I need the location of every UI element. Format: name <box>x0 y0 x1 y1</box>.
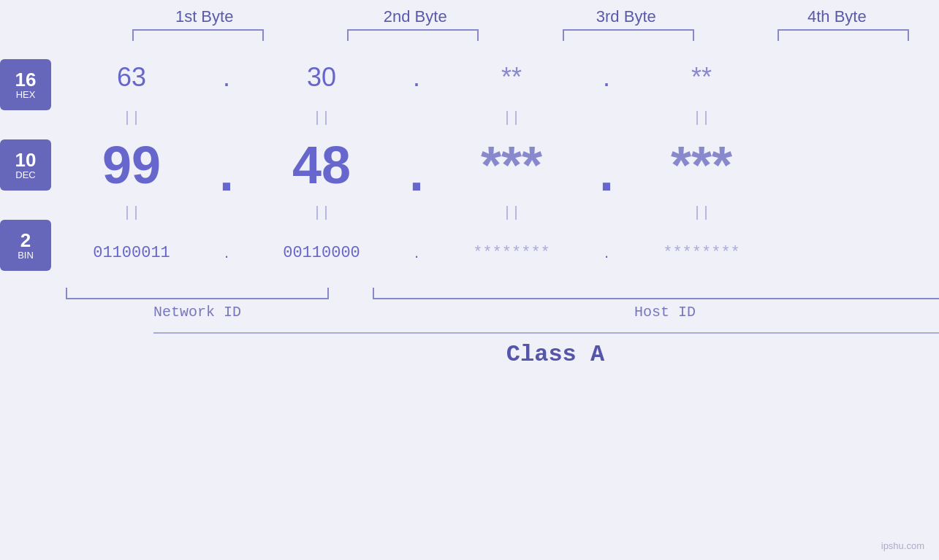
dec-b1-cell: 99 <box>51 135 212 195</box>
bracket-b3 <box>563 29 694 41</box>
network-bracket-line <box>66 288 329 299</box>
sep1-b4: || <box>621 110 782 126</box>
sep2-b4: || <box>621 204 782 221</box>
sep1-b2: || <box>241 110 402 126</box>
watermark: ipshu.com <box>881 540 924 551</box>
sep2-b1: || <box>51 204 212 221</box>
hex-b4-cell: ** <box>621 62 782 93</box>
bracket-b4 <box>778 29 909 41</box>
bin-b3-value: ******** <box>473 244 550 262</box>
bin-badge-spacer: 2 BIN <box>0 216 51 275</box>
network-id-label: Network ID <box>153 304 241 321</box>
bin-b2-cell: 00110000 <box>241 244 402 262</box>
byte3-header: 3rd Byte <box>546 7 707 26</box>
dec-label: DEC <box>15 170 35 180</box>
bin-b4-value: ******** <box>663 244 740 262</box>
top-brackets <box>119 29 923 41</box>
bin-dot3: . <box>592 243 621 262</box>
hex-b3-cell: ** <box>431 62 592 93</box>
sep1-b3: || <box>431 110 592 126</box>
separator-row-1: || || || || <box>51 107 939 129</box>
hex-b4-value: ** <box>691 62 712 93</box>
bin-b3-cell: ******** <box>431 244 592 262</box>
dec-row: 99 . 48 . *** . *** <box>51 129 939 202</box>
dec-badge: 10 DEC <box>0 139 51 191</box>
byte4-header: 4th Byte <box>756 7 917 26</box>
dec-b4-cell: *** <box>621 135 782 195</box>
dec-b1-value: 99 <box>102 135 161 195</box>
bin-b1-cell: 01100011 <box>51 244 212 262</box>
bin-badge: 2 BIN <box>0 220 51 271</box>
hex-dot1: . <box>212 62 241 93</box>
hex-dot3: . <box>592 62 621 93</box>
bin-dot1: . <box>212 243 241 262</box>
bin-row: 01100011 . 00110000 . ******** . *******… <box>51 223 939 282</box>
hex-b2-value: 30 <box>307 62 336 93</box>
byte-headers: 1st Byte 2nd Byte 3rd Byte 4th Byte <box>119 7 923 26</box>
bin-b2-value: 00110000 <box>283 244 360 262</box>
hex-b1-cell: 63 <box>51 62 212 93</box>
main-container: 1st Byte 2nd Byte 3rd Byte 4th Byte 16 H… <box>0 0 939 560</box>
dec-dot3: . <box>592 142 621 202</box>
dec-badge-spacer: 10 DEC <box>0 136 51 194</box>
rows-area: 63 . 30 . ** . ** || <box>51 48 939 368</box>
sep1-b1: || <box>51 110 212 126</box>
hex-number: 16 <box>15 69 37 91</box>
bin-number: 2 <box>20 230 31 251</box>
sep2-b3: || <box>431 204 592 221</box>
bracket-b2 <box>347 29 479 41</box>
bin-b1-value: 01100011 <box>93 244 170 262</box>
host-id-label: Host ID <box>634 304 696 321</box>
dec-dot1: . <box>212 142 241 202</box>
network-host-labels: Network ID Host ID <box>51 288 939 321</box>
dec-number: 10 <box>15 150 37 171</box>
hex-b1-value: 63 <box>117 62 146 93</box>
hex-row: 63 . 30 . ** . ** <box>51 48 939 107</box>
byte1-header: 1st Byte <box>124 7 285 26</box>
separator-row-2: || || || || <box>51 202 939 223</box>
dec-b3-cell: *** <box>431 135 592 195</box>
hex-badge-spacer: 16 HEX <box>0 55 51 114</box>
dec-b2-value: 48 <box>292 135 351 195</box>
byte2-header: 2nd Byte <box>335 7 495 26</box>
hex-label: HEX <box>16 90 36 100</box>
class-label: Class A <box>506 341 604 368</box>
class-row: Class A <box>153 332 939 368</box>
sep2-b2: || <box>241 204 402 221</box>
dec-b4-value: *** <box>671 135 732 195</box>
content-area: 16 HEX 10 DEC 2 BIN <box>0 48 939 368</box>
host-bracket-line <box>373 288 939 299</box>
bracket-b1 <box>132 29 264 41</box>
network-id-bracket: Network ID <box>51 288 343 321</box>
hex-b2-cell: 30 <box>241 62 402 93</box>
bin-b4-cell: ******** <box>621 244 782 262</box>
bin-dot2: . <box>402 243 431 262</box>
dec-b2-cell: 48 <box>241 135 402 195</box>
hex-b3-value: ** <box>501 62 522 93</box>
host-id-bracket: Host ID <box>373 288 939 321</box>
dec-b3-value: *** <box>481 135 542 195</box>
hex-badge: 16 HEX <box>0 59 51 110</box>
hex-dot2: . <box>402 62 431 93</box>
labels-column: 16 HEX 10 DEC 2 BIN <box>0 48 51 275</box>
dec-dot2: . <box>402 142 431 202</box>
bin-label: BIN <box>18 250 34 261</box>
